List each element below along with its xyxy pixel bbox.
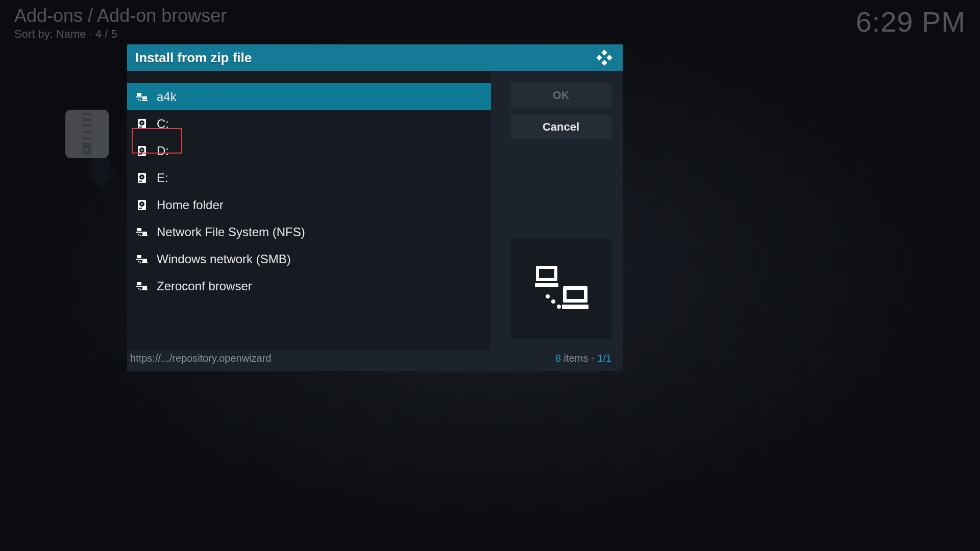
cancel-button[interactable]: Cancel bbox=[510, 115, 611, 139]
svg-rect-3 bbox=[83, 121, 91, 124]
svg-point-25 bbox=[141, 149, 143, 151]
svg-rect-34 bbox=[139, 208, 142, 209]
svg-point-21 bbox=[141, 122, 143, 123]
svg-point-45 bbox=[138, 261, 140, 262]
svg-rect-48 bbox=[136, 286, 142, 287]
svg-rect-58 bbox=[562, 305, 589, 309]
breadcrumb: Add-ons / Add-on browser bbox=[14, 5, 227, 27]
svg-point-33 bbox=[141, 203, 143, 205]
svg-rect-49 bbox=[142, 286, 147, 289]
svg-rect-9 bbox=[601, 49, 607, 55]
install-zip-dialog: Install from zip file a4kC:D:E:Home fold… bbox=[127, 44, 623, 371]
list-item[interactable]: Windows network (SMB) bbox=[127, 245, 491, 272]
list-item-label: C: bbox=[157, 117, 169, 131]
svg-rect-50 bbox=[142, 289, 148, 290]
list-item-label: Zeroconf browser bbox=[157, 279, 252, 293]
svg-rect-5 bbox=[83, 133, 91, 137]
list-item-label: E: bbox=[157, 171, 168, 185]
svg-rect-38 bbox=[142, 235, 148, 236]
svg-point-29 bbox=[141, 176, 143, 178]
dialog-title: Install from zip file bbox=[135, 50, 252, 66]
svg-point-46 bbox=[140, 262, 141, 263]
dialog-footer: https://.../repository.openwizard 8 item… bbox=[127, 350, 623, 371]
list-item-label: Network File System (NFS) bbox=[157, 225, 305, 239]
drive-icon bbox=[136, 172, 148, 184]
network-icon bbox=[136, 254, 148, 265]
list-item-label: Home folder bbox=[157, 198, 224, 212]
file-browser-list[interactable]: a4kC:D:E:Home folderNetwork File System … bbox=[127, 71, 491, 350]
list-item-label: Windows network (SMB) bbox=[157, 252, 291, 266]
sort-indicator: Sort by: Name · 4 / 5 bbox=[14, 28, 227, 41]
svg-rect-57 bbox=[567, 290, 584, 299]
list-item[interactable]: D: bbox=[127, 137, 491, 164]
app-header: Add-ons / Add-on browser Sort by: Name ·… bbox=[14, 5, 966, 41]
svg-rect-42 bbox=[136, 259, 142, 260]
svg-rect-30 bbox=[139, 181, 142, 182]
list-item[interactable]: Zeroconf browser bbox=[127, 272, 491, 299]
svg-rect-44 bbox=[142, 262, 148, 263]
list-item[interactable]: a4k bbox=[127, 83, 491, 110]
svg-rect-4 bbox=[83, 127, 91, 131]
drive-icon bbox=[136, 145, 148, 157]
svg-point-39 bbox=[138, 234, 140, 235]
svg-rect-14 bbox=[136, 96, 142, 97]
svg-rect-11 bbox=[606, 55, 612, 60]
svg-point-51 bbox=[138, 288, 140, 289]
svg-rect-22 bbox=[139, 127, 142, 128]
svg-rect-37 bbox=[142, 232, 147, 235]
svg-rect-16 bbox=[142, 100, 148, 101]
list-item[interactable]: Home folder bbox=[127, 191, 491, 218]
svg-rect-35 bbox=[137, 228, 141, 231]
kodi-logo-icon bbox=[596, 49, 612, 66]
drive-icon bbox=[136, 199, 148, 211]
svg-rect-26 bbox=[139, 154, 142, 155]
list-item[interactable]: E: bbox=[127, 164, 491, 191]
network-icon bbox=[533, 265, 590, 313]
item-count: 8 items - 1/1 bbox=[555, 353, 611, 364]
svg-point-8 bbox=[85, 148, 88, 151]
network-icon bbox=[136, 227, 148, 238]
clock: 6:29 PM bbox=[855, 5, 966, 38]
drive-icon bbox=[136, 118, 148, 130]
svg-rect-6 bbox=[83, 139, 91, 143]
svg-rect-47 bbox=[137, 282, 141, 285]
zip-download-icon bbox=[65, 110, 121, 189]
list-item[interactable]: Network File System (NFS) bbox=[127, 218, 491, 245]
svg-rect-10 bbox=[596, 55, 602, 60]
list-item[interactable]: C: bbox=[127, 110, 491, 137]
svg-rect-2 bbox=[83, 115, 91, 118]
svg-point-60 bbox=[551, 299, 555, 304]
svg-rect-12 bbox=[601, 60, 607, 65]
svg-point-18 bbox=[140, 99, 141, 101]
network-icon bbox=[136, 91, 148, 103]
dialog-header: Install from zip file bbox=[127, 44, 623, 71]
svg-point-52 bbox=[140, 289, 141, 290]
svg-rect-41 bbox=[137, 255, 141, 258]
svg-rect-15 bbox=[142, 96, 147, 99]
network-icon bbox=[136, 281, 148, 292]
list-item-label: D: bbox=[157, 144, 169, 158]
svg-rect-54 bbox=[539, 269, 554, 278]
svg-point-61 bbox=[557, 305, 561, 309]
preview-panel bbox=[511, 239, 611, 339]
svg-rect-36 bbox=[136, 232, 142, 233]
list-item-label: a4k bbox=[157, 90, 177, 104]
svg-rect-13 bbox=[137, 93, 141, 96]
ok-button[interactable]: OK bbox=[510, 83, 611, 108]
svg-rect-43 bbox=[142, 259, 147, 262]
svg-rect-55 bbox=[535, 283, 558, 287]
svg-point-40 bbox=[140, 235, 141, 236]
svg-point-59 bbox=[546, 294, 550, 298]
svg-point-17 bbox=[138, 98, 140, 100]
path-text: https://.../repository.openwizard bbox=[130, 353, 271, 364]
